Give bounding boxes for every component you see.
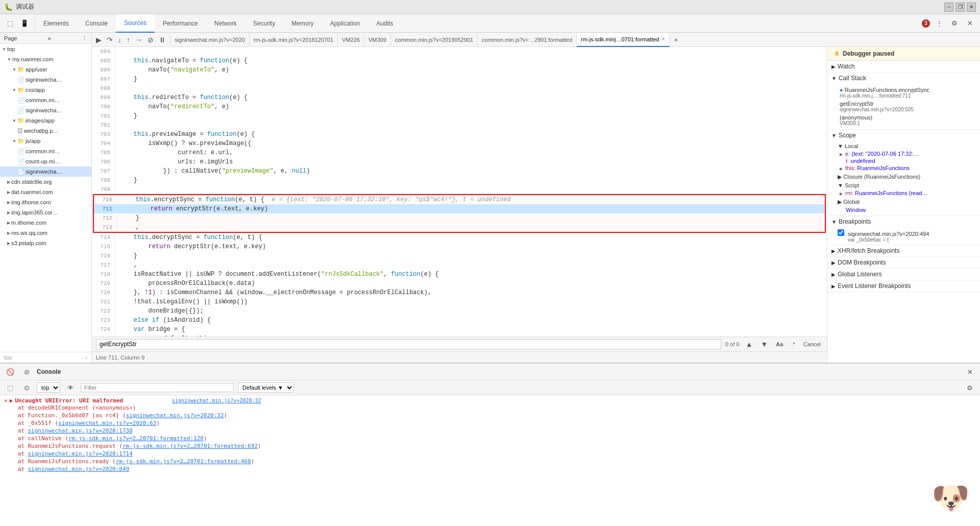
file-tab-commonformatted[interactable]: common.min.js?v=…2901:formatted: [478, 33, 577, 47]
tree-menu-icon[interactable]: ⋮: [82, 35, 87, 41]
tree-item-countup[interactable]: 📄 count-up.mi…: [0, 156, 91, 166]
console-error-line[interactable]: ✕ ▶ Uncaught URIError: URI malformed sig…: [4, 397, 976, 473]
tree-item-commonmi1[interactable]: 📄 common.mi…: [0, 95, 91, 105]
file-tab-rmformatted[interactable]: rm-js-sdk.minj…0701:formatted ✕: [577, 33, 670, 47]
pause-on-exception-button[interactable]: ⏸: [157, 35, 168, 45]
scope-script-header[interactable]: ▼ Script: [838, 182, 976, 188]
stack-link-2[interactable]: signinwechat.min.js?v=2020:63: [58, 420, 156, 426]
search-prev-button[interactable]: ▲: [744, 339, 755, 349]
file-tab-signinwechat[interactable]: signinwechat.min.js?v=2020: [170, 33, 250, 47]
more-tabs-button[interactable]: »: [670, 34, 682, 46]
settings-button[interactable]: ⚙: [948, 17, 961, 30]
more-tools-button[interactable]: ⋮: [933, 17, 945, 30]
deactivate-button[interactable]: ⊘: [145, 35, 156, 45]
step-button[interactable]: →: [133, 35, 144, 45]
file-tree-content[interactable]: ▼ top ▼ my.ruanmei.com ▼ 📁 app/user: [0, 44, 91, 352]
tab-console[interactable]: Console: [77, 14, 116, 33]
tab-sources[interactable]: Sources: [116, 14, 155, 33]
tab-application[interactable]: Application: [322, 14, 369, 33]
step-into-button[interactable]: ↓: [116, 35, 124, 45]
call-stack-item-1[interactable]: getEncryptStr signinwechat.min.js?v=2020…: [838, 100, 976, 113]
tab-audits[interactable]: Audits: [368, 14, 401, 33]
close-tab-icon[interactable]: ✕: [661, 36, 665, 42]
inspect-element-button[interactable]: ⬚: [4, 17, 16, 30]
tree-item-imagesapp[interactable]: ▼ 📁 images/app: [0, 115, 91, 126]
match-case-button[interactable]: Aa: [774, 340, 785, 348]
file-tab-vm309[interactable]: VM309: [364, 33, 391, 47]
tree-item-jsapp[interactable]: ▼ 📁 js/app: [0, 136, 91, 146]
expand-arrow[interactable]: ›: [85, 354, 87, 361]
file-tab-commonmin[interactable]: common.min.js?v=2019052901: [391, 33, 478, 47]
close-devtools-button[interactable]: ✕: [964, 17, 976, 30]
xhr-breakpoints-header[interactable]: ▶ XHR/fetch Breakpoints: [827, 245, 980, 256]
call-stack-item-2[interactable]: (anonymous) VM309:1: [838, 113, 976, 127]
breakpoint-item-0[interactable]: signinwechat.min.js?v=2020:494 var _0x50…: [838, 229, 976, 243]
stack-link-4[interactable]: rm-js-sdk.min.js?v=2…20701:formatted:120: [68, 435, 204, 442]
tree-item-signinwecha1[interactable]: 📄 signinwecha…: [0, 75, 91, 85]
event-listener-header[interactable]: ▶ Event Listener Breakpoints: [827, 280, 980, 292]
code-editor[interactable]: 694 695 this.navigateTo = function(e) { …: [92, 47, 827, 337]
close-button[interactable]: ✕: [967, 3, 976, 12]
file-tab-vm226[interactable]: VM226: [338, 33, 364, 47]
console-context-select[interactable]: top: [37, 382, 60, 393]
tree-item-top[interactable]: ▼ top: [0, 44, 91, 54]
console-close-button[interactable]: ✕: [964, 366, 976, 378]
breakpoint-checkbox-0[interactable]: [838, 229, 844, 236]
console-filter-toggle[interactable]: ⊘: [20, 366, 33, 378]
tree-item-signinwecha3[interactable]: 📄 signinwecha…: [0, 166, 91, 177]
breakpoints-header[interactable]: ▼ Breakpoints: [827, 216, 980, 227]
device-toolbar-button[interactable]: 📱: [18, 17, 31, 30]
console-eye-button[interactable]: 👁: [64, 381, 77, 394]
file-tab-rmjssdk[interactable]: rm-js-sdk.min.js?v=2018120701: [250, 33, 338, 47]
tree-item-wechatbg[interactable]: 🖼 wechatbg.p…: [0, 126, 91, 136]
console-step-button[interactable]: ⬚: [4, 381, 16, 394]
tree-item-cdn[interactable]: ▶ cdn.staticfile.org: [0, 177, 91, 187]
step-over-button[interactable]: ↷: [105, 35, 115, 45]
tree-item-cssapp[interactable]: ▼ 📁 css/app: [0, 85, 91, 95]
stack-link-7[interactable]: rm-js-sdk.min.js?v=2…20701:formatted:460: [116, 458, 251, 465]
tab-network[interactable]: Network: [206, 14, 245, 33]
expand-icon[interactable]: »: [48, 35, 51, 41]
search-input[interactable]: [96, 339, 721, 349]
scope-local-header[interactable]: ▼ Local: [838, 143, 976, 149]
watch-section-header[interactable]: ▶ Watch: [827, 61, 980, 72]
global-listeners-header[interactable]: ▶ Global Listeners: [827, 269, 980, 280]
tree-item-dat[interactable]: ▶ dat.ruanmei.com: [0, 187, 91, 197]
stack-link-5[interactable]: rm-js-sdk.min.js?v=2…20701:formatted:692: [122, 443, 258, 449]
scope-global-header[interactable]: ▶ Global: [838, 199, 976, 205]
call-stack-item-0[interactable]: ● RuanmeiJsFunctions.encryptSync rm-js-s…: [838, 86, 976, 100]
console-filter-input[interactable]: [81, 383, 234, 392]
tree-item-commonmi2[interactable]: 📄 common.mi…: [0, 146, 91, 156]
error-source-link[interactable]: signinwechat.min.js?v=2020:32: [172, 398, 261, 403]
regex-button[interactable]: .*: [789, 340, 797, 348]
console-settings-button[interactable]: ⚙: [964, 381, 976, 394]
tab-memory[interactable]: Memory: [283, 14, 322, 33]
tab-security[interactable]: Security: [245, 14, 283, 33]
stack-link-6[interactable]: signinwechat.min.js?v=2020:1714: [28, 450, 133, 457]
tree-item-myruanmei[interactable]: ▼ my.ruanmei.com: [0, 54, 91, 64]
scope-section-header[interactable]: ▼ Scope: [827, 130, 980, 141]
tree-item-imgithome[interactable]: ▶ img.ithome.com: [0, 197, 91, 207]
tree-item-mithome[interactable]: ▶ m.ithome.com: [0, 218, 91, 228]
console-levels-select[interactable]: Default levels ▼: [238, 382, 294, 393]
tree-item-signinwecha2[interactable]: 📄 signinwecha…: [0, 105, 91, 115]
scope-closure-header[interactable]: ▶ Closure (RuanmeiJsFunctions): [838, 174, 976, 180]
expand-error-icon[interactable]: ▶: [10, 397, 13, 404]
tree-item-appuser[interactable]: ▼ 📁 app/user: [0, 64, 91, 75]
stack-link-8[interactable]: signinwechat.min.js?v=2020:849: [28, 466, 130, 472]
tab-elements[interactable]: Elements: [35, 14, 77, 33]
tree-item-s3[interactable]: ▶ s3.pstatp.com: [0, 238, 91, 248]
tab-performance[interactable]: Performance: [155, 14, 206, 33]
dom-breakpoints-header[interactable]: ▶ DOM Breakpoints: [827, 257, 980, 268]
restore-button[interactable]: ❐: [955, 3, 965, 12]
console-record-button[interactable]: ⊙: [20, 381, 33, 394]
step-out-button[interactable]: ↑: [125, 35, 132, 45]
stack-link-1[interactable]: signinwechat.min.js?v=2020:32: [126, 412, 224, 419]
search-next-button[interactable]: ▼: [758, 339, 770, 349]
search-cancel-button[interactable]: Cancel: [801, 340, 823, 348]
stack-link-3[interactable]: signinwechat.min.js?v=2020:1738: [28, 427, 133, 434]
call-stack-header[interactable]: ▼ Call Stack: [827, 73, 980, 84]
minimize-button[interactable]: ─: [944, 3, 953, 12]
tree-item-reswx[interactable]: ▶ res.wx.qq.com: [0, 228, 91, 238]
resume-button[interactable]: ▶: [94, 35, 104, 45]
